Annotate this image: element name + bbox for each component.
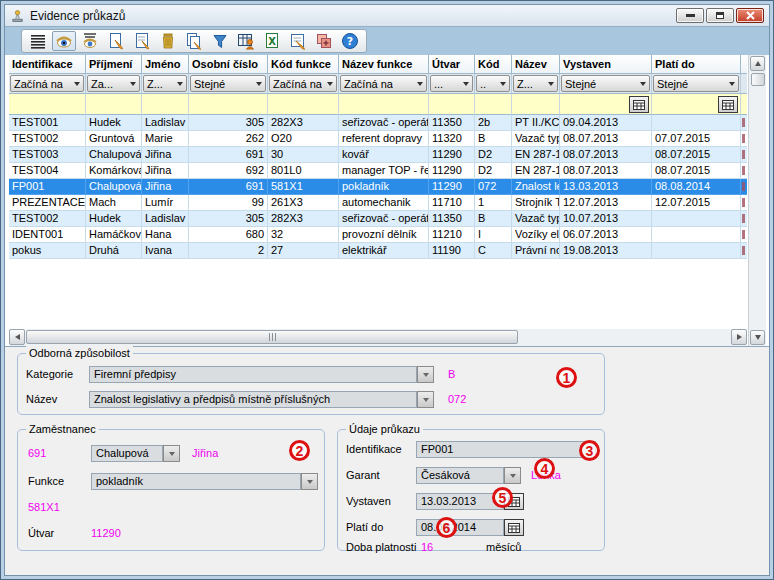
cell-0-1[interactable]: Hudek [86,115,142,131]
cell-2-3[interactable]: 691 [189,147,268,163]
cell-0-10[interactable] [652,115,741,131]
filter-input-6[interactable] [429,94,475,115]
horizontal-scrollbar[interactable] [9,329,747,346]
cell-8-7[interactable]: C [475,243,512,259]
cell-2-0[interactable]: TEST003 [9,147,86,163]
cell-1-6[interactable]: 11320 [429,131,475,147]
filter-input-0[interactable] [9,94,86,115]
cell-6-7[interactable]: B [475,211,512,227]
report-person-button[interactable] [234,31,258,51]
kategorie-dropdown-button[interactable] [417,366,434,383]
filter-input-1[interactable] [86,94,142,115]
cell-4-1[interactable]: Chalupová [86,179,142,195]
cell-2-2[interactable]: Jiřina [142,147,189,163]
column-header-5[interactable]: Název funkce [339,55,429,74]
nazev-dropdown-button[interactable] [417,391,434,408]
cell-2-5[interactable]: kovář [339,147,429,163]
table-row-8[interactable]: pokusDruháIvana227elektrikář11190CPrávní… [9,243,747,259]
form-edit-button[interactable] [286,31,310,51]
cell-0-2[interactable]: Ladislav [142,115,189,131]
cell-2-9[interactable]: 08.07.2013 [560,147,652,163]
cell-3-9[interactable]: 08.07.2013 [560,163,652,179]
cell-1-5[interactable]: referent dopravy [339,131,429,147]
cell-6-8[interactable]: Vazač typ [512,211,560,227]
cell-4-9[interactable]: 13.03.2013 [560,179,652,195]
cell-5-6[interactable]: 11710 [429,195,475,211]
filter-button[interactable] [208,31,232,51]
help-button[interactable]: ? [338,31,362,51]
close-button[interactable] [736,8,764,23]
cell-0-0[interactable]: TEST001 [9,115,86,131]
cell-5-4[interactable]: 261X3 [268,195,339,211]
cell-3-10[interactable]: 08.07.2015 [652,163,741,179]
cell-8-1[interactable]: Druhá [86,243,142,259]
plati-do-field[interactable]: 08.08.2014 [416,519,504,536]
funkce-dropdown-button[interactable] [301,473,318,490]
column-header-10[interactable]: Platí do [652,55,741,74]
column-header-6[interactable]: Útvar [429,55,475,74]
cell-3-1[interactable]: Komárková [86,163,142,179]
cell-7-9[interactable]: 06.07.2013 [560,227,652,243]
cell-7-8[interactable]: Vozíky ele [512,227,560,243]
cell-0-6[interactable]: 11350 [429,115,475,131]
column-header-1[interactable]: Příjmení [86,55,142,74]
cell-3-8[interactable]: EN 287-1 [512,163,560,179]
filter-operator-dropdown-1[interactable]: Za... [87,75,140,92]
plati-do-calendar-button[interactable] [504,519,524,536]
cell-1-7[interactable]: B [475,131,512,147]
filter-input-5[interactable] [339,94,429,115]
cell-2-1[interactable]: Chalupová [86,147,142,163]
cell-7-6[interactable]: 11210 [429,227,475,243]
cell-0-4[interactable]: 282X3 [268,115,339,131]
cell-6-6[interactable]: 11350 [429,211,475,227]
cell-7-0[interactable]: IDENT001 [9,227,86,243]
cell-5-2[interactable]: Lumír [142,195,189,211]
column-header-2[interactable]: Jméno [142,55,189,74]
filter-calendar-button-9[interactable] [629,96,649,113]
column-header-4[interactable]: Kód funkce [268,55,339,74]
vystaven-field[interactable]: 13.03.2013 [416,493,504,510]
cell-4-5[interactable]: pokladník [339,179,429,195]
cell-0-5[interactable]: seřizovač - operát [339,115,429,131]
scroll-up-button[interactable] [750,56,765,71]
cell-1-9[interactable]: 08.07.2013 [560,131,652,147]
cell-0-3[interactable]: 305 [189,115,268,131]
vertical-scrollbar[interactable] [748,55,766,346]
cell-7-1[interactable]: Hamáčková [86,227,142,243]
kategorie-field[interactable]: Firemní předpisy [89,366,417,383]
cell-8-4[interactable]: 27 [268,243,339,259]
cell-4-6[interactable]: 11290 [429,179,475,195]
nazev-field[interactable]: Znalost legislativy a předpisů místně př… [89,391,417,408]
hide-eye-button[interactable] [78,31,102,51]
cell-6-3[interactable]: 305 [189,211,268,227]
table-row-6[interactable]: TEST002HudekLadislav305282X3seřizovač - … [9,211,747,227]
filter-input-3[interactable] [189,94,268,115]
maximize-button[interactable] [706,8,734,23]
table-row-4[interactable]: FP001ChalupováJiřina691581X1pokladník112… [9,179,747,195]
cell-3-5[interactable]: manager TOP - ře [339,163,429,179]
cell-1-2[interactable]: Marie [142,131,189,147]
new-document-button[interactable] [104,31,128,51]
cell-8-10[interactable] [652,243,741,259]
column-header-0[interactable]: Identifikace [9,55,86,74]
cell-3-0[interactable]: TEST004 [9,163,86,179]
filter-input-9[interactable] [560,94,652,115]
cell-4-7[interactable]: 072 [475,179,512,195]
cell-5-9[interactable]: 12.07.2013 [560,195,652,211]
minimize-button[interactable] [676,8,704,23]
cell-8-5[interactable]: elektrikář [339,243,429,259]
cell-2-7[interactable]: D2 [475,147,512,163]
cell-5-7[interactable]: 1 [475,195,512,211]
cell-5-1[interactable]: Mach [86,195,142,211]
cell-6-4[interactable]: 282X3 [268,211,339,227]
cell-7-10[interactable] [652,227,741,243]
cell-1-1[interactable]: Gruntová [86,131,142,147]
table-row-7[interactable]: IDENT001HamáčkováHana68032provozní dělní… [9,227,747,243]
filter-operator-dropdown-3[interactable]: Stejné [190,75,266,92]
cell-1-10[interactable]: 07.07.2015 [652,131,741,147]
cell-4-3[interactable]: 691 [189,179,268,195]
cell-5-8[interactable]: Strojník T [512,195,560,211]
filter-operator-dropdown-10[interactable]: Stejné [653,75,739,92]
table-row-1[interactable]: TEST002GruntováMarie262O20referent dopra… [9,131,747,147]
cell-3-3[interactable]: 692 [189,163,268,179]
